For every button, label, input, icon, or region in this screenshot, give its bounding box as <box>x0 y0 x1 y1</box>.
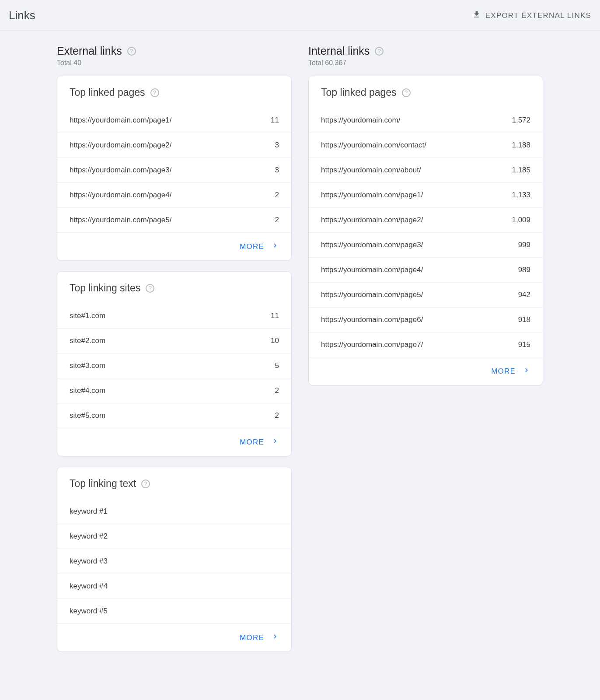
row-url: keyword #4 <box>70 582 108 591</box>
row-count: 989 <box>518 266 530 274</box>
external-links-column: External links ? Total 40 Top linked pag… <box>57 45 292 662</box>
row-count: 2 <box>275 411 279 420</box>
table-row[interactable]: https://yourdomain.com/page4/989 <box>309 257 543 282</box>
table-row[interactable]: https://yourdomain.com/page6/918 <box>309 307 543 332</box>
table-row[interactable]: https://yourdomain.com/page2/3 <box>57 133 291 158</box>
more-button[interactable]: MORE <box>240 437 279 447</box>
help-icon[interactable]: ? <box>141 480 150 488</box>
table-rows: https://yourdomain.com/page1/11https://y… <box>57 102 291 232</box>
row-count: 1,185 <box>512 166 530 175</box>
row-count: 11 <box>271 116 279 125</box>
row-url: keyword #2 <box>70 532 108 541</box>
more-label: MORE <box>240 438 264 447</box>
row-url: https://yourdomain.com/page3/ <box>70 166 171 175</box>
row-count: 999 <box>518 241 530 249</box>
row-count: 3 <box>275 166 279 175</box>
row-count: 2 <box>275 216 279 224</box>
table-row[interactable]: https://yourdomain.com/page4/2 <box>57 182 291 207</box>
table-row[interactable]: site#2.com10 <box>57 328 291 353</box>
row-url: https://yourdomain.com/page2/ <box>70 141 171 150</box>
more-button[interactable]: MORE <box>240 242 279 252</box>
row-url: https://yourdomain.com/contact/ <box>321 141 426 150</box>
row-url: keyword #1 <box>70 507 108 516</box>
table-row[interactable]: site#3.com5 <box>57 353 291 378</box>
external-links-title: External links <box>57 45 122 57</box>
row-count: 2 <box>275 386 279 395</box>
row-url: https://yourdomain.com/page4/ <box>321 266 423 274</box>
card-title: Top linked pages <box>70 87 145 98</box>
table-row[interactable]: https://yourdomain.com/1,572 <box>309 108 543 133</box>
help-icon[interactable]: ? <box>375 47 384 56</box>
table-row[interactable]: keyword #5 <box>57 598 291 623</box>
card-footer: MORE <box>57 623 291 651</box>
more-label: MORE <box>491 367 516 376</box>
row-url: https://yourdomain.com/ <box>321 116 400 125</box>
card-title: Top linking sites <box>70 282 140 294</box>
internal-links-total: Total 60,367 <box>308 59 543 67</box>
row-count: 11 <box>271 312 279 320</box>
table-row[interactable]: https://yourdomain.com/contact/1,188 <box>309 133 543 158</box>
help-icon[interactable]: ? <box>150 88 159 97</box>
table-row[interactable]: site#1.com11 <box>57 304 291 328</box>
card-footer: MORE <box>57 232 291 260</box>
more-button[interactable]: MORE <box>240 633 279 643</box>
card-header: Top linking sites ? <box>57 272 291 298</box>
card-external-top-linking-sites: Top linking sites ? site#1.com11site#2.c… <box>57 271 292 456</box>
table-row[interactable]: https://yourdomain.com/page5/942 <box>309 282 543 307</box>
table-row[interactable]: https://yourdomain.com/page3/3 <box>57 158 291 182</box>
row-count: 1,188 <box>512 141 530 150</box>
table-row[interactable]: keyword #2 <box>57 524 291 549</box>
table-row[interactable]: keyword #4 <box>57 574 291 598</box>
table-row[interactable]: site#4.com2 <box>57 378 291 403</box>
table-rows: site#1.com11site#2.com10site#3.com5site#… <box>57 298 291 428</box>
table-row[interactable]: https://yourdomain.com/page1/1,133 <box>309 182 543 207</box>
row-url: site#2.com <box>70 336 105 345</box>
row-count: 942 <box>518 290 530 299</box>
row-count: 10 <box>271 336 279 345</box>
external-links-total: Total 40 <box>57 59 292 67</box>
row-url: https://yourdomain.com/page4/ <box>70 191 171 200</box>
help-icon[interactable]: ? <box>402 88 411 97</box>
row-count: 918 <box>518 315 530 324</box>
card-external-top-linking-text: Top linking text ? keyword #1keyword #2k… <box>57 467 292 652</box>
chevron-right-icon <box>271 437 279 447</box>
table-rows: https://yourdomain.com/1,572https://your… <box>309 102 543 357</box>
row-count: 915 <box>518 340 530 349</box>
row-url: keyword #5 <box>70 607 108 616</box>
row-url: https://yourdomain.com/page5/ <box>70 216 171 224</box>
card-external-top-linked-pages: Top linked pages ? https://yourdomain.co… <box>57 76 292 261</box>
more-button[interactable]: MORE <box>491 366 530 376</box>
table-row[interactable]: keyword #1 <box>57 499 291 524</box>
row-url: https://yourdomain.com/page2/ <box>321 216 423 224</box>
table-row[interactable]: keyword #3 <box>57 549 291 574</box>
card-footer: MORE <box>57 428 291 456</box>
row-url: site#1.com <box>70 312 105 320</box>
external-links-title-row: External links ? <box>57 45 292 57</box>
chevron-right-icon <box>271 242 279 252</box>
row-count: 1,009 <box>512 216 530 224</box>
row-url: https://yourdomain.com/page7/ <box>321 340 423 349</box>
content: External links ? Total 40 Top linked pag… <box>0 31 600 689</box>
card-title: Top linking text <box>70 478 136 490</box>
help-icon[interactable]: ? <box>127 47 136 56</box>
card-header: Top linked pages ? <box>309 76 543 102</box>
table-row[interactable]: https://yourdomain.com/page5/2 <box>57 207 291 232</box>
help-icon[interactable]: ? <box>146 284 154 293</box>
card-internal-top-linked-pages: Top linked pages ? https://yourdomain.co… <box>308 76 543 385</box>
row-url: https://yourdomain.com/page6/ <box>321 315 423 324</box>
row-count: 1,133 <box>512 191 530 200</box>
card-footer: MORE <box>309 357 543 385</box>
row-count: 5 <box>275 361 279 370</box>
table-row[interactable]: https://yourdomain.com/about/1,185 <box>309 158 543 182</box>
export-external-links-button[interactable]: EXPORT EXTERNAL LINKS <box>472 10 591 21</box>
table-row[interactable]: https://yourdomain.com/page2/1,009 <box>309 207 543 232</box>
more-label: MORE <box>240 242 264 251</box>
export-label: EXPORT EXTERNAL LINKS <box>485 11 591 20</box>
table-row[interactable]: https://yourdomain.com/page3/999 <box>309 232 543 257</box>
table-row[interactable]: https://yourdomain.com/page1/11 <box>57 108 291 133</box>
table-row[interactable]: site#5.com2 <box>57 403 291 428</box>
card-title: Top linked pages <box>321 87 397 98</box>
row-url: site#5.com <box>70 411 105 420</box>
table-row[interactable]: https://yourdomain.com/page7/915 <box>309 332 543 357</box>
row-count: 3 <box>275 141 279 150</box>
